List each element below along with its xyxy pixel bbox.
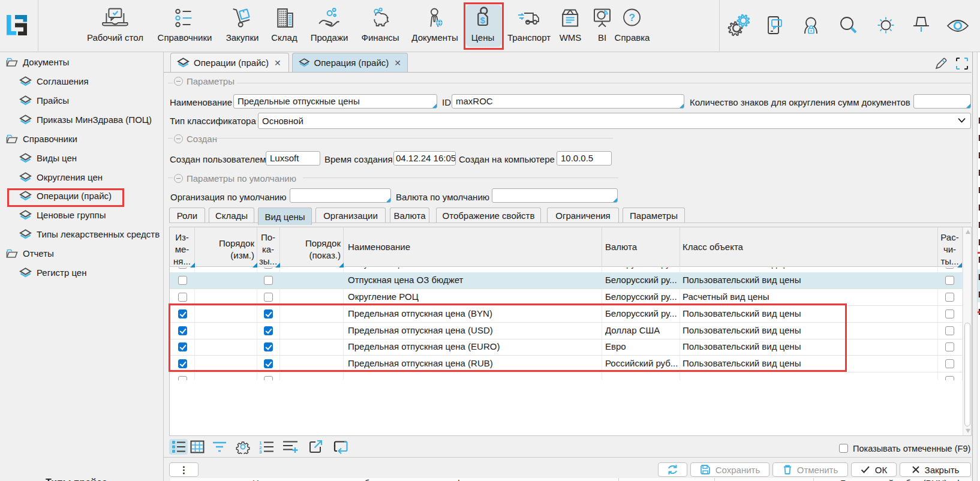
svg-text:3: 3 [259, 449, 262, 453]
svg-text:?: ? [629, 12, 635, 23]
